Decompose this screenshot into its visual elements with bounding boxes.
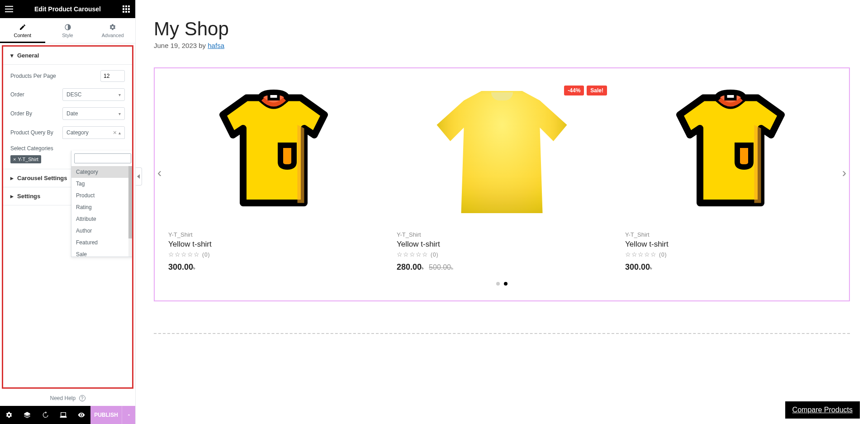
carousel-dot[interactable]	[496, 282, 500, 286]
product-card[interactable]: Y-T_Shirt Yellow t-shirt ☆☆☆☆☆ (0) 300.0…	[168, 77, 379, 272]
product-card[interactable]: Y-T_Shirt Yellow t-shirt ☆☆☆☆☆ (0) 300.0…	[625, 77, 835, 272]
product-price-value: 300.00	[625, 262, 650, 272]
select-categories-label: Select Categories	[10, 145, 53, 152]
svg-rect-13	[726, 94, 735, 99]
sidebarFar-header: Edit Product Carousel	[0, 0, 135, 18]
svg-rect-3	[123, 5, 124, 7]
order-by-select[interactable]: Date ▾	[62, 107, 125, 120]
svg-rect-8	[128, 8, 130, 10]
sale-badge: Sale!	[587, 86, 607, 95]
page-meta: June 19, 2023 by hafsa	[154, 42, 850, 49]
dropdown-option-category[interactable]: Category	[71, 166, 133, 178]
page-date: June 19, 2023	[154, 42, 197, 49]
panel-body: ▾ General Products Per Page Order DESC ▾…	[2, 45, 133, 389]
product-query-by-value: Category	[66, 129, 89, 136]
byline-prefix: by	[197, 42, 208, 49]
currency-symbol: ৳	[193, 265, 195, 271]
caret-down-icon: ▾	[10, 52, 14, 59]
tab-style[interactable]: Style	[45, 18, 90, 43]
product-price: 300.00৳	[625, 262, 835, 272]
publish-button-label: PUBLISH	[94, 412, 118, 418]
product-image-wrap	[625, 77, 835, 227]
need-help-link[interactable]: Need Help ?	[0, 391, 135, 406]
product-query-by-label: Product Query By	[10, 129, 53, 136]
svg-rect-7	[125, 8, 127, 10]
dropdown-option-rating[interactable]: Rating	[71, 201, 133, 213]
settings-icon[interactable]	[0, 406, 18, 424]
order-by-select-value: Date	[66, 110, 78, 117]
currency-symbol: ৳	[650, 265, 652, 271]
discount-badge: -44%	[564, 86, 584, 95]
author-link[interactable]: hafsa	[208, 42, 224, 49]
dropdown-option-sale[interactable]: Sale	[71, 248, 133, 257]
currency-symbol: ৳	[422, 265, 424, 271]
chevron-up-icon: ▴	[119, 130, 121, 135]
preview-icon[interactable]	[72, 406, 90, 424]
product-price: 280.00৳ 500.00৳	[397, 262, 607, 272]
chip-label: Y-T_Shirt	[18, 157, 38, 162]
order-select[interactable]: DESC ▾	[62, 88, 125, 101]
page-title: My Shop	[154, 18, 850, 40]
carousel-dots	[168, 280, 835, 287]
need-help-label: Need Help	[50, 395, 76, 401]
section-general-header[interactable]: ▾ General	[3, 47, 132, 65]
section-carousel-settings-title: Carousel Settings	[17, 175, 67, 181]
navigator-icon[interactable]	[18, 406, 36, 424]
hamburger-icon[interactable]	[5, 5, 14, 14]
order-select-value: DESC	[66, 91, 81, 98]
carousel-prev-button[interactable]: ‹	[157, 166, 161, 180]
product-category: Y-T_Shirt	[397, 231, 607, 238]
publish-button[interactable]: PUBLISH	[90, 406, 122, 424]
product-price-value: 280.00	[397, 262, 422, 272]
tab-content[interactable]: Content	[0, 18, 45, 43]
compare-products-button[interactable]: Compare Products	[785, 401, 860, 419]
dropdown-option-author[interactable]: Author	[71, 225, 133, 237]
svg-rect-11	[128, 11, 130, 13]
products-per-page-label: Products Per Page	[10, 73, 56, 79]
carousel-dot[interactable]	[504, 282, 508, 286]
dropdown-option-attribute[interactable]: Attribute	[71, 213, 133, 225]
product-rating: ☆☆☆☆☆ (0)	[625, 251, 835, 258]
widgets-grid-icon[interactable]	[122, 5, 131, 14]
product-image-wrap: -44%Sale!	[397, 77, 607, 227]
tab-advanced[interactable]: Advanced	[90, 18, 135, 43]
products-per-page-input[interactable]	[100, 70, 125, 82]
svg-rect-4	[125, 5, 127, 7]
product-price: 300.00৳	[168, 262, 379, 272]
dropdown-option-product[interactable]: Product	[71, 190, 133, 201]
collapse-sidebar-handle[interactable]	[136, 167, 142, 186]
rating-count: (0)	[202, 252, 210, 258]
chevron-down-icon: ▾	[119, 92, 121, 97]
chip-remove-icon[interactable]: ×	[13, 157, 16, 162]
section-settings-title: Settings	[17, 193, 40, 200]
dropdown-scrollbar-thumb[interactable]	[128, 166, 133, 238]
dropdown-option-featured[interactable]: Featured	[71, 237, 133, 248]
product-name: Yellow t-shirt	[168, 240, 379, 249]
history-icon[interactable]	[36, 406, 54, 424]
tab-advanced-label: Advanced	[102, 33, 124, 38]
svg-rect-6	[123, 8, 124, 10]
responsive-icon[interactable]	[54, 406, 72, 424]
dropdown-list: Category Tag Product Rating Attribute Au…	[71, 166, 133, 257]
svg-rect-1	[5, 9, 13, 10]
product-query-by-select[interactable]: Category × ▴	[62, 126, 125, 139]
publish-options-button[interactable]	[122, 406, 135, 424]
product-rating: ☆☆☆☆☆ (0)	[168, 251, 379, 258]
product-price-value: 300.00	[168, 262, 193, 272]
help-icon: ?	[79, 395, 85, 401]
dropdown-search-wrap	[71, 151, 133, 166]
caret-right-icon: ▸	[10, 175, 14, 181]
tab-content-label: Content	[14, 33, 32, 38]
rating-count: (0)	[659, 252, 667, 258]
caret-right-icon: ▸	[10, 193, 14, 200]
carousel-next-button[interactable]: ›	[842, 166, 846, 180]
dropdown-option-tag[interactable]: Tag	[71, 178, 133, 190]
category-chip[interactable]: × Y-T_Shirt	[10, 155, 41, 163]
product-category: Y-T_Shirt	[625, 231, 835, 238]
product-query-by-dropdown: Category Tag Product Rating Attribute Au…	[71, 151, 133, 257]
sidebar-footer: PUBLISH	[0, 406, 135, 424]
product-card[interactable]: -44%Sale! Y-T_Shirt Yellow t-shirt ☆☆☆☆☆…	[397, 77, 607, 272]
clear-icon[interactable]: ×	[113, 129, 117, 136]
chevron-down-icon: ▾	[119, 111, 121, 116]
dropdown-search-input[interactable]	[74, 153, 131, 163]
